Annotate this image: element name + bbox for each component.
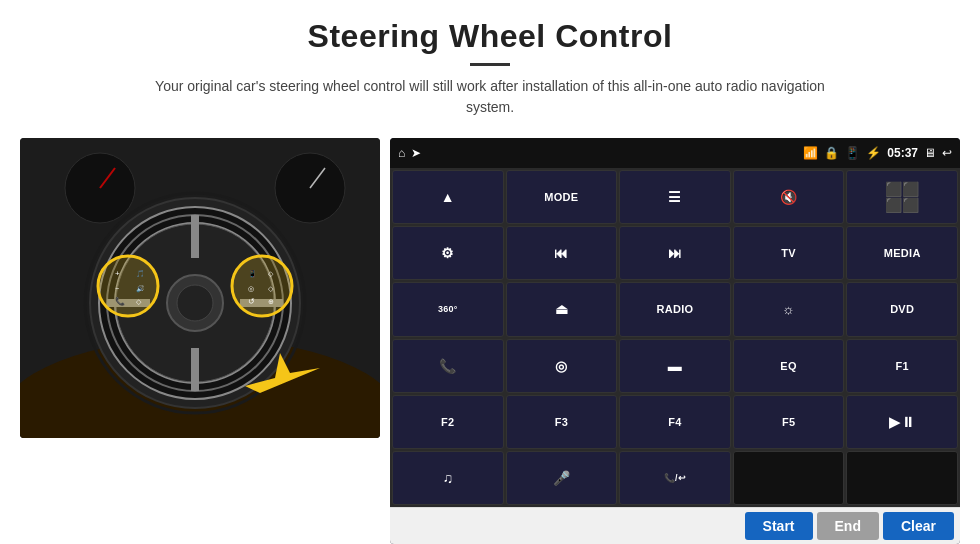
music-icon: ♫ xyxy=(442,470,453,486)
lock-icon: 🔒 xyxy=(824,146,839,160)
f3-label: F3 xyxy=(555,416,568,428)
svg-text:◎: ◎ xyxy=(248,285,254,292)
phone-icon: 📞 xyxy=(439,358,456,374)
time-display: 05:37 xyxy=(887,146,918,160)
grid-btn-radio[interactable]: RADIO xyxy=(619,282,731,336)
bottom-action-bar: Start End Clear xyxy=(390,507,960,544)
grid-btn-f1[interactable]: F1 xyxy=(846,339,958,393)
eq-label: EQ xyxy=(780,360,797,372)
grid-btn-empty2 xyxy=(846,451,958,505)
eject-icon: ⏏ xyxy=(555,301,568,317)
brightness-icon: ☼ xyxy=(782,301,795,317)
home-icon[interactable]: ⌂ xyxy=(398,146,405,160)
svg-text:📞: 📞 xyxy=(115,296,125,306)
content-section: + 🎵 − 📞 🔊 ◇ 📱 ◇ ◎ ◇ ↺ ⊕ xyxy=(0,128,980,544)
tv-label: TV xyxy=(781,247,796,259)
svg-point-21 xyxy=(232,256,292,316)
wifi-icon: 📶 xyxy=(803,146,818,160)
grid-btn-mode[interactable]: MODE xyxy=(506,170,618,224)
settings-icon: ⚙ xyxy=(441,245,454,261)
f2-label: F2 xyxy=(441,416,454,428)
status-bar-left: ⌂ ➤ xyxy=(398,146,421,160)
svg-text:📱: 📱 xyxy=(248,269,257,278)
title-underline xyxy=(470,63,510,66)
grid-btn-phone[interactable]: 📞 xyxy=(392,339,504,393)
nav-icon: ◎ xyxy=(555,358,567,374)
grid-btn-f3[interactable]: F3 xyxy=(506,395,618,449)
apps-icon: ⬛⬛⬛⬛ xyxy=(885,181,920,213)
svg-text:+: + xyxy=(115,269,120,278)
screen2-icon: ▬ xyxy=(668,358,682,374)
grid-btn-call-end[interactable]: 📞/↩ xyxy=(619,451,731,505)
f1-label: F1 xyxy=(895,360,908,372)
menu-icon: ☰ xyxy=(668,189,681,205)
grid-btn-brightness[interactable]: ☼ xyxy=(733,282,845,336)
svg-text:🔊: 🔊 xyxy=(136,284,145,293)
start-button[interactable]: Start xyxy=(745,512,813,540)
back-icon[interactable]: ↩ xyxy=(942,146,952,160)
grid-btn-eject[interactable]: ⏏ xyxy=(506,282,618,336)
call-end-icon: 📞/↩ xyxy=(664,473,686,483)
header-section: Steering Wheel Control Your original car… xyxy=(0,0,980,128)
grid-btn-f2[interactable]: F2 xyxy=(392,395,504,449)
grid-btn-360[interactable]: 360° xyxy=(392,282,504,336)
svg-text:🎵: 🎵 xyxy=(136,269,145,278)
grid-btn-screen[interactable]: ▬ xyxy=(619,339,731,393)
clear-button[interactable]: Clear xyxy=(883,512,954,540)
status-bar-right: 📶 🔒 📱 ⚡ 05:37 🖥 ↩ xyxy=(803,146,952,160)
360-label: 360° xyxy=(438,304,458,314)
grid-btn-music[interactable]: ♫ xyxy=(392,451,504,505)
grid-btn-eq[interactable]: EQ xyxy=(733,339,845,393)
sim-icon: 📱 xyxy=(845,146,860,160)
grid-btn-apps[interactable]: ⬛⬛⬛⬛ xyxy=(846,170,958,224)
grid-btn-nav[interactable]: ◎ xyxy=(506,339,618,393)
head-unit-panel: ⌂ ➤ 📶 🔒 📱 ⚡ 05:37 🖥 ↩ ▲ xyxy=(390,138,960,544)
grid-btn-f4[interactable]: F4 xyxy=(619,395,731,449)
f5-label: F5 xyxy=(782,416,795,428)
status-bar: ⌂ ➤ 📶 🔒 📱 ⚡ 05:37 🖥 ↩ xyxy=(390,138,960,168)
grid-btn-settings[interactable]: ⚙ xyxy=(392,226,504,280)
button-grid: ▲ MODE ☰ 🔇 ⬛⬛⬛⬛ ⚙ ⏮ xyxy=(390,168,960,507)
subtitle-text: Your original car's steering wheel contr… xyxy=(140,76,840,118)
prev-icon: ⏮ xyxy=(554,245,568,261)
svg-point-13 xyxy=(177,285,213,321)
mic-icon: 🎤 xyxy=(553,470,570,486)
grid-btn-media[interactable]: MEDIA xyxy=(846,226,958,280)
grid-btn-r1c1[interactable]: ▲ xyxy=(392,170,504,224)
grid-btn-menu[interactable]: ☰ xyxy=(619,170,731,224)
grid-btn-tv[interactable]: TV xyxy=(733,226,845,280)
page-container: Steering Wheel Control Your original car… xyxy=(0,0,980,544)
grid-btn-next[interactable]: ⏭ xyxy=(619,226,731,280)
svg-text:⊕: ⊕ xyxy=(268,298,274,305)
grid-btn-empty1 xyxy=(733,451,845,505)
bluetooth-icon: ⚡ xyxy=(866,146,881,160)
f4-label: F4 xyxy=(668,416,681,428)
navigation-icon[interactable]: ➤ xyxy=(411,146,421,160)
steering-wheel-image: + 🎵 − 📞 🔊 ◇ 📱 ◇ ◎ ◇ ↺ ⊕ xyxy=(20,138,380,438)
grid-btn-playpause[interactable]: ▶⏸ xyxy=(846,395,958,449)
radio-label: RADIO xyxy=(657,303,694,315)
mode-label: MODE xyxy=(544,191,578,203)
grid-btn-prev[interactable]: ⏮ xyxy=(506,226,618,280)
mute-icon: 🔇 xyxy=(780,189,797,205)
media-label: MEDIA xyxy=(884,247,921,259)
grid-btn-mute[interactable]: 🔇 xyxy=(733,170,845,224)
dvd-label: DVD xyxy=(890,303,914,315)
svg-point-14 xyxy=(98,256,158,316)
page-title: Steering Wheel Control xyxy=(60,18,920,55)
playpause-icon: ▶⏸ xyxy=(889,414,915,430)
grid-btn-mic[interactable]: 🎤 xyxy=(506,451,618,505)
end-button[interactable]: End xyxy=(817,512,879,540)
grid-btn-f5[interactable]: F5 xyxy=(733,395,845,449)
navigate-icon: ▲ xyxy=(441,189,455,205)
next-icon: ⏭ xyxy=(668,245,682,261)
svg-text:−: − xyxy=(115,285,119,292)
screen-icon: 🖥 xyxy=(924,146,936,160)
grid-btn-dvd[interactable]: DVD xyxy=(846,282,958,336)
svg-text:↺: ↺ xyxy=(248,297,255,306)
